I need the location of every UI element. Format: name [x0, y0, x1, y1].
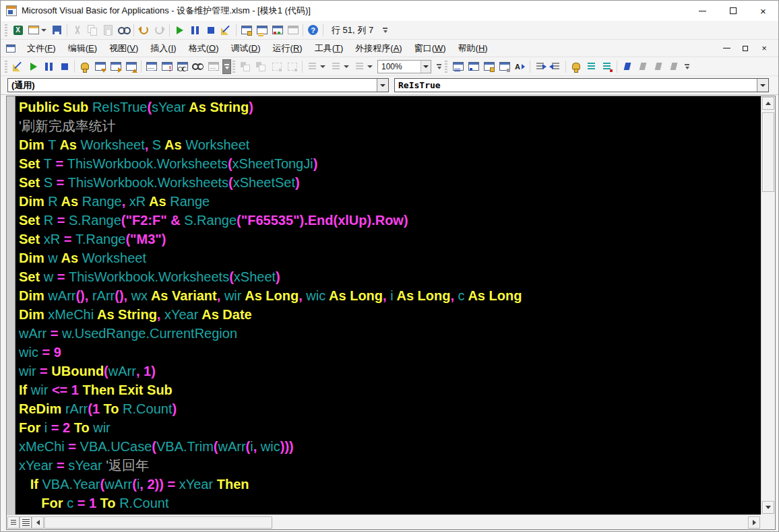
break-icon[interactable]	[41, 59, 57, 74]
maximize-button[interactable]	[718, 1, 748, 21]
design-mode-icon[interactable]	[218, 23, 234, 38]
quick-watch-icon[interactable]	[190, 59, 206, 74]
make-same-size-icon	[352, 59, 367, 74]
reset-icon[interactable]	[57, 59, 72, 74]
toggle-breakpoint-icon[interactable]	[568, 59, 584, 74]
dropdown-caret-icon[interactable]	[320, 65, 325, 68]
watch-window-icon[interactable]	[175, 59, 190, 74]
close-button[interactable]: ×	[748, 1, 778, 21]
toolbar-grip[interactable]	[5, 61, 7, 73]
step-out-icon[interactable]	[123, 59, 139, 74]
margin-indicator-bar[interactable]	[7, 96, 15, 514]
toggle-bookmark-icon[interactable]	[619, 59, 635, 74]
properties-window-icon[interactable]	[254, 23, 270, 38]
indent-icon[interactable]	[532, 59, 548, 74]
standard-toolbar: 行 51, 列 7	[1, 21, 778, 40]
scroll-up-button[interactable]	[762, 97, 774, 110]
insert-object-icon[interactable]	[26, 23, 41, 38]
code-line: Dim T As Worksheet, S As Worksheet	[19, 135, 761, 154]
undo-icon[interactable]	[136, 23, 152, 38]
horizontal-scrollbar[interactable]	[7, 514, 761, 529]
uncomment-block-icon[interactable]	[599, 59, 615, 74]
design-mode-icon[interactable]	[10, 59, 26, 74]
list-constants-icon[interactable]	[466, 59, 481, 74]
complete-word-icon[interactable]	[512, 59, 528, 74]
run-icon[interactable]	[26, 59, 41, 74]
step-over-icon[interactable]	[108, 59, 123, 74]
menu-item-w[interactable]: 窗口(W)	[408, 40, 452, 57]
procedure-dropdown[interactable]: ReIsTrue	[394, 78, 769, 92]
menu-item-i[interactable]: 插入(I)	[144, 40, 182, 57]
align-icon	[305, 59, 320, 74]
vertical-scroll-thumb[interactable]	[762, 112, 774, 192]
break-icon[interactable]	[187, 23, 203, 38]
full-module-view-button[interactable]	[20, 517, 32, 529]
code-line: If VBA.Year(wArr(i, 2)) = xYear Then	[19, 475, 761, 494]
code-line: wic = 9	[19, 343, 761, 362]
clear-bookmarks-icon	[666, 59, 681, 74]
find-icon[interactable]	[116, 23, 131, 38]
chevron-down-icon	[760, 84, 766, 87]
comment-block-icon[interactable]	[584, 59, 599, 74]
toolbox-icon	[285, 23, 301, 38]
code-editor[interactable]: Public Sub ReIsTrue(sYear As String)'刷新完…	[16, 96, 761, 514]
procedure-view-button[interactable]	[7, 517, 20, 529]
horizontal-scroll-thumb[interactable]	[44, 517, 272, 529]
list-properties-icon[interactable]	[450, 59, 466, 74]
minimize-button[interactable]	[687, 1, 718, 21]
reset-icon[interactable]	[203, 23, 218, 38]
child-minimize-button[interactable]	[722, 44, 731, 53]
dropdown-caret-icon[interactable]	[344, 65, 349, 68]
zoom-level-combo[interactable]: 100%	[377, 60, 431, 73]
toolbar-overflow-button[interactable]	[683, 59, 691, 74]
menu-item-v[interactable]: 视图(V)	[103, 40, 144, 57]
immediate-window-icon[interactable]	[159, 59, 175, 74]
toolbar-separator	[67, 24, 67, 36]
object-dropdown-button[interactable]	[377, 79, 388, 92]
menu-item-f[interactable]: 文件(F)	[21, 40, 62, 57]
menu-item-h[interactable]: 帮助(H)	[452, 40, 494, 57]
toolbar-grip[interactable]	[5, 24, 7, 36]
toolbar-separator	[302, 61, 303, 73]
zoom-dropdown-button[interactable]	[420, 61, 431, 73]
child-minimize-icon	[723, 48, 730, 48]
outdent-icon[interactable]	[548, 59, 563, 74]
code-line: wir = UBound(wArr, 1)	[19, 362, 761, 380]
center-horizontally-icon	[328, 59, 344, 74]
scroll-right-button[interactable]	[748, 517, 760, 529]
parameter-info-icon[interactable]	[497, 59, 512, 74]
menu-item-a[interactable]: 外接程序(A)	[349, 40, 408, 57]
step-into-icon[interactable]	[92, 59, 108, 74]
toolbar-overflow-button[interactable]	[222, 59, 231, 74]
toolbar-separator	[617, 61, 617, 73]
project-explorer-icon[interactable]	[239, 23, 254, 38]
child-close-button[interactable]: ×	[759, 44, 769, 53]
vertical-scrollbar[interactable]	[761, 96, 775, 514]
scroll-left-button[interactable]	[32, 517, 44, 529]
menu-item-o[interactable]: 格式(O)	[183, 40, 225, 57]
procedure-dropdown-button[interactable]	[757, 79, 768, 92]
menu-item-r[interactable]: 运行(R)	[267, 40, 309, 57]
save-icon[interactable]	[49, 23, 65, 38]
excel-view-icon[interactable]	[10, 23, 26, 38]
toolbar-overflow-button[interactable]	[381, 23, 390, 38]
toolbar-grip[interactable]	[232, 61, 235, 73]
toggle-breakpoint-icon[interactable]	[77, 59, 92, 74]
dropdown-caret-icon[interactable]	[367, 65, 373, 68]
object-dropdown[interactable]: (通用)	[7, 78, 389, 92]
menu-item-d[interactable]: 调试(D)	[224, 40, 266, 57]
locals-window-icon[interactable]	[144, 59, 159, 74]
child-restore-button[interactable]	[741, 44, 750, 53]
toolbar-grip[interactable]	[445, 61, 447, 73]
toolbar-overflow-button[interactable]	[435, 59, 443, 74]
object-browser-icon[interactable]	[270, 23, 285, 38]
quick-info-icon[interactable]	[481, 59, 497, 74]
run-icon[interactable]	[172, 23, 187, 38]
menu-item-e[interactable]: 编辑(E)	[62, 40, 103, 57]
menu-item-t[interactable]: 工具(T)	[309, 40, 350, 57]
code-line: Set T = ThisWorkbook.Worksheets(xSheetTo…	[19, 154, 761, 173]
help-icon[interactable]	[305, 23, 321, 38]
scroll-down-button[interactable]	[762, 501, 774, 514]
dropdown-caret-icon[interactable]	[41, 29, 46, 32]
chevron-down-icon	[423, 65, 429, 68]
